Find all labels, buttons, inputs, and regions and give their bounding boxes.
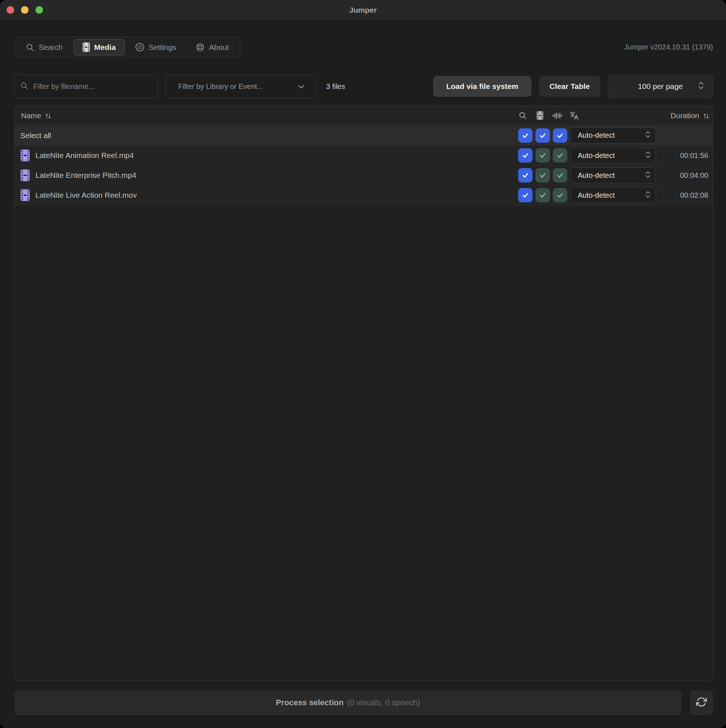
frame-text-checkbox[interactable] [536, 188, 550, 202]
visual-search-checkbox[interactable] [518, 188, 533, 202]
file-count: 3 files [326, 83, 345, 91]
tab-about[interactable]: About [187, 39, 238, 55]
select-all-controls: Auto-detect [518, 128, 713, 144]
table-row: LateNite Enterprise Pitch.mp4 Auto-detec… [14, 165, 713, 185]
zoom-button[interactable] [35, 6, 43, 14]
gear-icon [135, 43, 144, 52]
row-controls: Auto-detect 00:04:00 [518, 167, 713, 183]
media-table: Name ↑↓ [14, 106, 713, 681]
frame-text-checkbox[interactable] [536, 148, 550, 163]
table-header: Name ↑↓ [14, 106, 713, 125]
sort-arrows-icon: ↑↓ [45, 111, 50, 120]
name-column-header[interactable]: Name ↑↓ [21, 111, 50, 120]
app-version: Jumper v2024.10.31 (1379) [624, 43, 713, 51]
language-select[interactable]: Auto-detect [570, 147, 656, 164]
duration-cell: 00:02:08 [656, 191, 713, 200]
load-button-label: Load via file system [446, 82, 518, 91]
life-buoy-icon [196, 43, 205, 52]
video-file-icon [20, 189, 30, 201]
main-content: Search Media Settings [0, 21, 726, 728]
select-all-frame-checkbox[interactable] [536, 128, 550, 143]
file-rows: LateNite Animation Reel.mp4 Auto-detect … [14, 146, 713, 205]
language-select-value: Auto-detect [578, 191, 615, 200]
title-bar: Jumper [0, 0, 726, 21]
visual-search-column-icon [515, 111, 530, 120]
library-filter-label: Filter by Library or Event... [178, 83, 263, 91]
sort-arrows-icon: ↑↓ [703, 111, 708, 120]
table-row: LateNite Animation Reel.mp4 Auto-detect … [14, 146, 713, 165]
chevron-up-down-icon [645, 171, 651, 180]
tab-media-label: Media [94, 43, 116, 52]
tab-media[interactable]: Media [74, 39, 125, 55]
waveform-column-icon [550, 111, 564, 120]
search-icon [20, 82, 28, 91]
filename-filter-input[interactable] [32, 82, 152, 91]
tab-settings[interactable]: Settings [126, 39, 185, 55]
speech-checkbox[interactable] [553, 188, 567, 202]
tab-search[interactable]: Search [17, 39, 72, 55]
minimize-button[interactable] [21, 6, 29, 14]
language-select[interactable]: Auto-detect [570, 167, 656, 183]
table-row: LateNite Live Action Reel.mov Auto-detec… [14, 185, 713, 205]
app-window: Jumper Search Media [0, 0, 726, 728]
refresh-icon [696, 697, 707, 709]
language-select-value: Auto-detect [578, 131, 615, 139]
tab-settings-label: Settings [149, 43, 176, 52]
close-button[interactable] [6, 6, 14, 14]
toolbar-right: Load via file system Clear Table 100 per… [433, 75, 713, 98]
select-all-visual-checkbox[interactable] [518, 128, 533, 143]
visual-search-checkbox[interactable] [518, 148, 533, 163]
refresh-button[interactable] [690, 690, 713, 715]
table-empty-area [14, 205, 713, 681]
speech-checkbox[interactable] [553, 148, 567, 163]
tab-about-label: About [209, 43, 229, 52]
page-size-value: 100 per page [638, 82, 683, 91]
film-column-icon [533, 111, 547, 120]
header-column-icons: Duration ↑↓ [515, 111, 713, 120]
film-icon [83, 42, 90, 52]
row-controls: Auto-detect 00:01:56 [518, 147, 713, 164]
load-via-file-system-button[interactable]: Load via file system [433, 76, 531, 97]
name-header-label: Name [21, 111, 41, 120]
filename-filter [14, 75, 158, 98]
select-all-row: Select all Auto-detect [14, 125, 713, 146]
select-all-speech-checkbox[interactable] [553, 128, 567, 143]
video-file-icon [20, 169, 30, 182]
language-select[interactable]: Auto-detect [570, 187, 656, 203]
search-icon [26, 43, 34, 52]
visual-search-checkbox[interactable] [518, 168, 533, 182]
process-button-detail: (0 visuals, 0 speech) [347, 698, 420, 707]
language-select-value: Auto-detect [578, 151, 615, 160]
file-name: LateNite Animation Reel.mp4 [35, 151, 134, 160]
video-file-icon [20, 149, 30, 162]
duration-header-label: Duration [671, 111, 699, 120]
tab-row: Search Media Settings [14, 37, 713, 58]
process-button-label: Process selection [276, 698, 343, 707]
duration-column-header[interactable]: Duration ↑↓ [585, 111, 713, 120]
select-all-language-select[interactable]: Auto-detect [570, 128, 656, 144]
chevron-down-icon [298, 83, 305, 91]
chevron-up-down-icon [645, 151, 651, 161]
clear-button-label: Clear Table [550, 82, 590, 91]
window-title: Jumper [349, 6, 377, 14]
tab-group: Search Media Settings [14, 37, 240, 58]
chevron-up-down-icon [645, 191, 651, 200]
duration-cell: 00:01:56 [656, 151, 713, 160]
clear-table-button[interactable]: Clear Table [539, 76, 600, 97]
speech-checkbox[interactable] [553, 168, 567, 182]
row-controls: Auto-detect 00:02:08 [518, 187, 713, 203]
translate-column-icon [567, 111, 582, 120]
page-size-select[interactable]: 100 per page [608, 75, 713, 98]
file-name: LateNite Live Action Reel.mov [35, 191, 137, 200]
traffic-lights [6, 6, 43, 14]
library-filter-dropdown[interactable]: Filter by Library or Event... [165, 75, 316, 98]
chevron-up-down-icon [698, 81, 704, 92]
select-all-label: Select all [20, 131, 51, 140]
tab-search-label: Search [39, 43, 63, 52]
language-select-value: Auto-detect [578, 171, 615, 180]
file-name: LateNite Enterprise Pitch.mp4 [35, 171, 136, 180]
process-selection-button[interactable]: Process selection (0 visuals, 0 speech) [14, 690, 682, 715]
footer-bar: Process selection (0 visuals, 0 speech) [14, 690, 713, 715]
toolbar: Filter by Library or Event... 3 files Lo… [14, 75, 713, 98]
frame-text-checkbox[interactable] [536, 168, 550, 182]
